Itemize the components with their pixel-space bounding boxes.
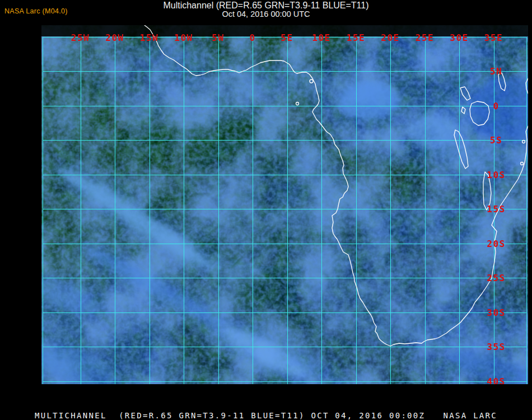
longitude-label: 5E [281, 32, 293, 43]
timestamp: Oct 04, 2016 00:00 UTC [0, 10, 532, 18]
longitude-label: 25W [71, 32, 90, 43]
satellite-map: 25W20W15W10W5W05E10E15E20E25E30E35E5N05S… [41, 25, 528, 384]
grid-labels: 25W20W15W10W5W05E10E15E20E25E30E35E5N05S… [41, 25, 528, 384]
latitude-label: 30S [487, 307, 505, 318]
longitude-label: 10E [312, 32, 330, 43]
longitude-label: 30E [450, 32, 468, 43]
latitude-label: 0 [493, 100, 499, 111]
longitude-label: 20W [105, 32, 124, 43]
bottom-caption: MULTICHANNEL (RED=R.65 GRN=T3.9-11 BLUE=… [35, 411, 497, 420]
satellite-product-page: NASA Larc (M04.0) Multichannel (RED=R.65… [0, 0, 532, 420]
latitude-label: 25S [487, 273, 505, 283]
latitude-label: 40S [487, 376, 505, 384]
longitude-label: 0 [249, 32, 255, 43]
header: Multichannel (RED=R.65 GRN=T3.9-11 BLUE=… [0, 1, 532, 18]
latitude-label: 15S [487, 204, 505, 214]
longitude-label: 15W [140, 32, 158, 43]
page-title: Multichannel (RED=R.65 GRN=T3.9-11 BLUE=… [0, 1, 532, 10]
latitude-label: 5S [490, 135, 502, 146]
longitude-label: 5W [212, 32, 224, 43]
longitude-label: 15E [347, 32, 365, 43]
longitude-label: 35E [484, 32, 503, 43]
latitude-label: 5N [490, 66, 502, 77]
latitude-label: 10S [487, 169, 505, 180]
footer: MULTICHANNEL (RED=R.65 GRN=T3.9-11 BLUE=… [0, 410, 532, 420]
longitude-label: 10W [174, 32, 193, 43]
latitude-label: 35S [487, 342, 505, 352]
latitude-label: 20S [487, 238, 505, 249]
longitude-label: 20E [381, 32, 399, 43]
longitude-label: 25E [416, 32, 434, 43]
